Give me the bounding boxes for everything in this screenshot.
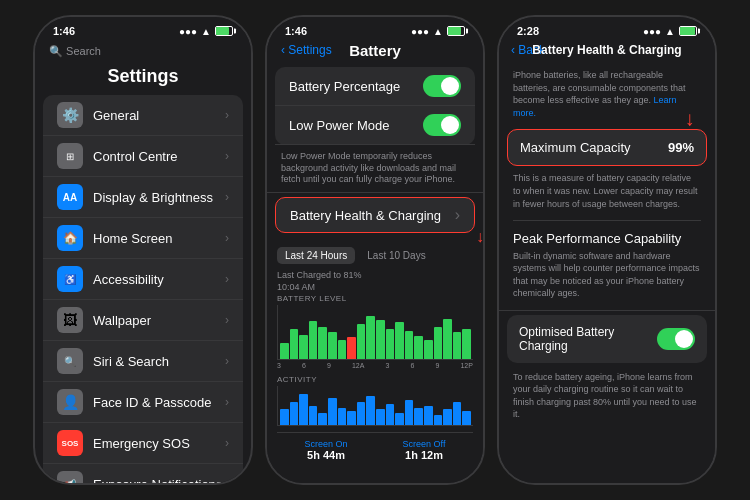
- time-2: 1:46: [285, 25, 307, 37]
- health-top-note: iPhone batteries, like all rechargeable …: [499, 63, 715, 129]
- chevron-icon: ›: [225, 149, 229, 163]
- screen-stats: Screen On 5h 44m Screen Off 1h 12m: [277, 432, 473, 461]
- screen-off-value: 1h 12m: [403, 449, 446, 461]
- settings-item-accessibility[interactable]: ♿ Accessibility ›: [43, 259, 243, 300]
- battery-screen-title: Battery: [349, 42, 401, 59]
- health-note-text: iPhone batteries, like all rechargeable …: [513, 69, 701, 119]
- battery-content: Battery Percentage Low Power Mode Low Po…: [267, 63, 483, 483]
- low-power-toggle[interactable]: [423, 114, 461, 136]
- max-capacity-section: Maximum Capacity 99%: [507, 129, 707, 166]
- arrow-health: ↓: [476, 228, 483, 246]
- signal-icon: ●●●: [179, 26, 197, 37]
- settings-item-siri[interactable]: 🔍 Siri & Search ›: [43, 341, 243, 382]
- battery-percentage-toggle[interactable]: [423, 75, 461, 97]
- settings-item-control[interactable]: ⊞ Control Centre ›: [43, 136, 243, 177]
- last-charged-time: 10:04 AM: [277, 282, 473, 292]
- settings-item-general[interactable]: ⚙️ General ›: [43, 95, 243, 136]
- wifi-icon: ▲: [201, 26, 211, 37]
- optimised-row: Optimised Battery Charging: [507, 315, 707, 363]
- time-3: 2:28: [517, 25, 539, 37]
- screen-off-label: Screen Off: [403, 439, 446, 449]
- low-power-note: Low Power Mode temporarily reduces backg…: [267, 145, 483, 193]
- settings-item-wallpaper[interactable]: 🖼 Wallpaper ›: [43, 300, 243, 341]
- status-bar-3: 2:28 ●●● ▲: [499, 17, 715, 41]
- chevron-icon: ›: [225, 108, 229, 122]
- chevron-icon: ›: [225, 436, 229, 450]
- optimised-toggle[interactable]: [657, 328, 695, 350]
- status-bar-2: 1:46 ●●● ▲: [267, 17, 483, 41]
- chevron-icon: ›: [225, 313, 229, 327]
- chart-x-labels: 3 6 9 12A 3 6 9 12P: [277, 362, 473, 369]
- signal-icon-3: ●●●: [643, 26, 661, 37]
- max-capacity-row: Maximum Capacity 99%: [508, 130, 706, 165]
- phone-settings: 1:46 ●●● ▲ 🔍 Search Settings ⚙️ General …: [33, 15, 253, 485]
- battery-level-title: BATTERY LEVEL: [277, 294, 473, 303]
- search-icon: 🔍: [49, 45, 63, 57]
- settings-item-home[interactable]: 🏠 Home Screen ›: [43, 218, 243, 259]
- optimised-description: To reduce battery ageing, iPhone learns …: [499, 367, 715, 429]
- chevron-icon: ›: [225, 395, 229, 409]
- status-bar-1: 1:46 ●●● ▲: [35, 17, 251, 41]
- activity-bar-chart: [277, 386, 473, 426]
- screen-on-label: Screen On: [305, 439, 348, 449]
- time-1: 1:46: [53, 25, 75, 37]
- battery-percentage-row: Battery Percentage: [275, 67, 475, 106]
- wifi-icon-2: ▲: [433, 26, 443, 37]
- tab-10d[interactable]: Last 10 Days: [359, 247, 433, 264]
- optimised-section: Optimised Battery Charging: [507, 315, 707, 363]
- battery-bar-chart: [277, 305, 473, 360]
- health-screen-title: Battery Health & Charging: [532, 43, 681, 57]
- divider-2: [499, 310, 715, 311]
- battery-health-row[interactable]: Battery Health & Charging ›: [276, 198, 474, 232]
- arrow-capacity: ↑: [685, 110, 695, 133]
- tab-24h[interactable]: Last 24 Hours: [277, 247, 355, 264]
- optimised-label: Optimised Battery Charging: [519, 325, 647, 353]
- activity-title: ACTIVITY: [277, 375, 473, 384]
- settings-item-display[interactable]: AA Display & Brightness ›: [43, 177, 243, 218]
- back-button-2[interactable]: ‹ Settings: [281, 43, 332, 57]
- settings-list: ⚙️ General › ⊞ Control Centre › AA Displ…: [35, 93, 251, 483]
- peak-performance-title: Peak Performance Capability: [513, 231, 701, 246]
- chevron-icon: ›: [225, 272, 229, 286]
- chart-tabs: Last 24 Hours Last 10 Days: [277, 247, 473, 264]
- screen-on-value: 5h 44m: [305, 449, 348, 461]
- battery-chart: Last 24 Hours Last 10 Days Last Charged …: [267, 241, 483, 467]
- settings-item-emergency[interactable]: SOS Emergency SOS ›: [43, 423, 243, 464]
- last-charged-label: Last Charged to 81%: [277, 270, 473, 280]
- max-capacity-label: Maximum Capacity: [520, 140, 631, 155]
- low-power-row: Low Power Mode: [275, 106, 475, 145]
- phone-health: 2:28 ●●● ▲ ‹ Back Battery Health & Charg…: [497, 15, 717, 485]
- chevron-icon: ›: [225, 354, 229, 368]
- settings-item-exposure[interactable]: 📢 Exposure Notifications ›: [43, 464, 243, 483]
- settings-title: Settings: [107, 66, 178, 86]
- search-bar[interactable]: 🔍 Search: [49, 45, 237, 58]
- settings-item-faceid[interactable]: 👤 Face ID & Passcode ›: [43, 382, 243, 423]
- wifi-icon-3: ▲: [665, 26, 675, 37]
- max-capacity-value: 99%: [668, 140, 694, 155]
- signal-icon-2: ●●●: [411, 26, 429, 37]
- capacity-description: This is a measure of battery capacity re…: [499, 166, 715, 220]
- health-content: iPhone batteries, like all rechargeable …: [499, 63, 715, 483]
- chevron-icon: ›: [225, 477, 229, 483]
- chevron-icon: ›: [225, 190, 229, 204]
- phone-battery: 1:46 ●●● ▲ ‹ Settings Battery Battery Pe…: [265, 15, 485, 485]
- peak-performance-section: Peak Performance Capability Built-in dyn…: [499, 221, 715, 306]
- chevron-icon: ›: [225, 231, 229, 245]
- peak-performance-desc: Built-in dynamic software and hardware s…: [513, 250, 701, 300]
- chevron-health: ›: [455, 206, 460, 224]
